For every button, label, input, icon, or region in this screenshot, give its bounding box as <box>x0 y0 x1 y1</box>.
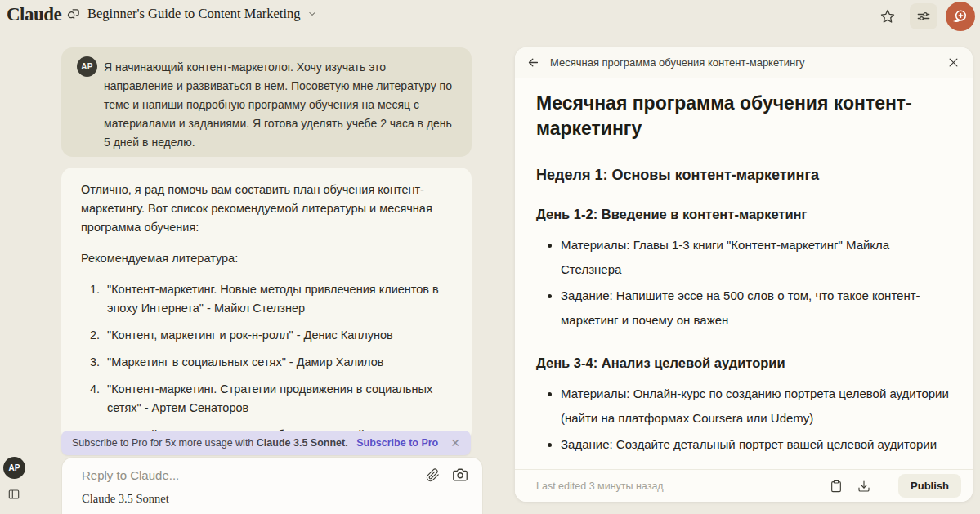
doc-bullet: Материалы: Главы 1-3 книги "Контент-марк… <box>561 233 951 282</box>
chat-title: Beginner's Guide to Content Marketing <box>87 6 301 22</box>
user-message-text: Я начинающий контент-маркетолог. Хочу из… <box>104 58 455 152</box>
banner-close-icon[interactable]: ✕ <box>450 437 460 449</box>
assistant-message: Отлично, я рад помочь вам составить план… <box>61 168 472 442</box>
doc-bullet: Материалы: Онлайн-курс по созданию портр… <box>561 382 951 431</box>
artifact-title: Месячная программа обучения контент-марк… <box>550 56 804 69</box>
artifact-footer-actions: Publish <box>830 474 961 498</box>
user-message: AP Я начинающий контент-маркетолог. Хочу… <box>61 47 472 157</box>
book-list-item: "Маркетинг в социальных сетях" - Дамир Х… <box>103 353 452 372</box>
chevron-down-icon <box>307 9 317 19</box>
assistant-list-header: Рекомендуемая литература: <box>81 249 452 268</box>
doc-day34-list: Материалы: Онлайн-курс по созданию портр… <box>536 382 951 457</box>
reply-input[interactable] <box>82 468 384 482</box>
publish-button[interactable]: Publish <box>898 474 961 498</box>
top-bar-actions <box>874 2 975 31</box>
subscribe-to-pro-link[interactable]: Subscribe to Pro <box>356 437 438 449</box>
camera-icon[interactable] <box>453 467 468 482</box>
sliders-icon <box>915 8 932 25</box>
artifact-footer: Last edited 3 минуты назад Publish <box>515 469 973 502</box>
doc-day34-heading: День 3-4: Анализ целевой аудитории <box>536 355 951 371</box>
star-button[interactable] <box>874 3 902 29</box>
settings-button[interactable] <box>910 3 937 29</box>
composer-actions <box>426 467 468 482</box>
banner-model-name: Claude 3.5 Sonnet. <box>257 437 348 449</box>
doc-bullet: Задание: Напишите эссе на 500 слов о том… <box>561 284 951 333</box>
paperclip-icon[interactable] <box>426 467 440 482</box>
claude-app: Claude Beginner's Guide to Content Marke… <box>0 0 980 514</box>
artifact-close-icon[interactable] <box>947 56 960 69</box>
copy-clipboard-icon[interactable] <box>830 480 843 493</box>
download-icon[interactable] <box>857 480 870 493</box>
chat-title-menu[interactable]: Beginner's Guide to Content Marketing <box>67 6 317 22</box>
account-avatar-button[interactable] <box>946 2 975 31</box>
book-list-item: "Контент-маркетинг. Новые методы привлеч… <box>103 280 452 318</box>
doc-day12-heading: День 1-2: Введение в контент-маркетинг <box>536 207 951 222</box>
artifact-panel: Месячная программа обучения контент-марк… <box>515 47 973 502</box>
book-list: "Контент-маркетинг. Новые методы привлеч… <box>81 280 452 442</box>
profile-avatar[interactable]: AP <box>3 457 25 479</box>
artifact-document[interactable]: Месячная программа обучения контент-марк… <box>515 78 973 469</box>
subscribe-banner: Subscribe to Pro for 5x more usage with … <box>61 431 471 455</box>
doc-day12-list: Материалы: Главы 1-3 книги "Контент-марк… <box>536 233 951 333</box>
doc-title: Месячная программа обучения контент-марк… <box>536 91 951 141</box>
bubble-plus-icon <box>951 7 969 25</box>
book-list-item: "Контент-маркетинг. Стратегии продвижени… <box>103 380 452 418</box>
banner-text: Subscribe to Pro for 5x more usage with … <box>72 437 348 449</box>
reply-composer: Claude 3.5 Sonnet <box>61 457 483 514</box>
claude-logo[interactable]: Claude <box>7 4 61 25</box>
top-bar: Claude Beginner's Guide to Content Marke… <box>0 0 980 33</box>
assistant-intro: Отлично, я рад помочь вам составить план… <box>81 181 452 237</box>
doc-week1-heading: Неделя 1: Основы контент-маркетинга <box>536 167 951 184</box>
doc-bullet: Задание: Создайте детальный портрет ваше… <box>561 432 951 457</box>
user-avatar: AP <box>77 56 97 77</box>
model-selector[interactable]: Claude 3.5 Sonnet <box>82 492 169 506</box>
star-icon <box>879 8 896 25</box>
book-list-item: "Контент, маркетинг и рок-н-ролл" - Дени… <box>103 326 452 345</box>
sidebar-toggle-icon[interactable] <box>7 488 20 504</box>
last-edited-label: Last edited 3 минуты назад <box>536 480 664 492</box>
artifact-header: Месячная программа обучения контент-марк… <box>515 47 973 78</box>
chat-bubbles-icon <box>67 7 81 21</box>
back-arrow-icon[interactable] <box>526 56 540 69</box>
